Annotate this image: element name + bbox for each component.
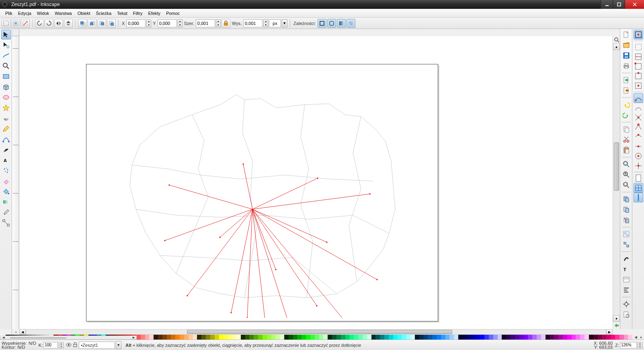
h-input[interactable] [243, 19, 263, 27]
color-swatch[interactable] [619, 335, 624, 340]
select-all-icon[interactable] [11, 19, 20, 28]
scroll-right-icon[interactable]: ▶ [606, 329, 613, 335]
color-swatch[interactable] [393, 335, 398, 340]
spray-tool-icon[interactable] [1, 166, 11, 175]
color-swatch[interactable] [419, 335, 424, 340]
paste-icon[interactable] [621, 145, 631, 155]
color-swatch[interactable] [424, 335, 428, 340]
lock-aspect-icon[interactable] [222, 19, 230, 28]
copy-icon[interactable] [621, 124, 631, 134]
color-swatch[interactable] [171, 335, 175, 340]
color-swatch[interactable] [249, 335, 254, 340]
affect-pattern-icon[interactable] [347, 19, 355, 28]
color-swatch[interactable] [432, 335, 437, 340]
horizontal-scrollbar[interactable] [26, 329, 606, 335]
unit-select[interactable]: px [269, 19, 281, 27]
snap-bbox-center-icon[interactable] [634, 81, 643, 91]
color-swatch[interactable] [315, 335, 319, 340]
color-swatch[interactable] [563, 335, 567, 340]
snap-enable-icon[interactable] [634, 30, 643, 39]
text-tool-icon[interactable]: A [1, 155, 11, 165]
quick-zoom-icon[interactable] [613, 322, 620, 329]
menu-obiekt[interactable]: Obiekt [75, 10, 93, 16]
color-swatch[interactable] [628, 335, 632, 340]
menu-warstwa[interactable]: Warstwa [52, 10, 74, 16]
calligraphy-tool-icon[interactable] [1, 145, 11, 154]
color-swatch[interactable] [576, 335, 580, 340]
color-swatch[interactable] [585, 335, 589, 340]
color-swatch[interactable] [537, 335, 541, 340]
menu-pomoc[interactable]: Pomoc [163, 10, 183, 16]
clone-icon[interactable] [621, 205, 631, 214]
color-swatch[interactable] [363, 335, 367, 340]
3dbox-tool-icon[interactable] [1, 82, 11, 92]
canvas[interactable] [19, 36, 613, 329]
color-swatch[interactable] [367, 335, 371, 340]
new-doc-icon[interactable] [621, 30, 631, 39]
xml-dialog-icon[interactable] [621, 275, 631, 284]
snap-page-icon[interactable] [634, 173, 643, 183]
zoom-page-icon[interactable] [621, 180, 631, 190]
eraser-tool-icon[interactable] [1, 176, 11, 186]
menu-plik[interactable]: Plik [2, 10, 15, 16]
color-swatch[interactable] [484, 335, 489, 340]
cut-icon[interactable] [621, 135, 631, 144]
gradient-tool-icon[interactable] [1, 197, 11, 207]
snap-midpoint-icon[interactable] [634, 142, 643, 151]
y-input[interactable] [158, 19, 177, 27]
color-swatch[interactable] [371, 335, 376, 340]
lower-icon[interactable] [97, 19, 106, 28]
paintbucket-tool-icon[interactable] [1, 187, 11, 196]
color-swatch[interactable] [524, 335, 528, 340]
affect-stroke-icon[interactable] [318, 19, 326, 28]
color-swatch[interactable] [141, 335, 145, 340]
color-swatch[interactable] [458, 335, 463, 340]
zoom-spinner[interactable]: ▲▼ [638, 342, 642, 348]
menu-efekty[interactable]: Efekty [146, 10, 164, 16]
close-button[interactable] [625, 0, 644, 9]
palette-scroll-left-icon[interactable]: ◀ [633, 335, 638, 340]
color-swatch[interactable] [180, 335, 184, 340]
star-tool-icon[interactable] [1, 103, 11, 113]
color-swatch[interactable] [375, 335, 380, 340]
color-swatch[interactable] [328, 335, 332, 340]
color-swatch[interactable] [341, 335, 345, 340]
ellipse-tool-icon[interactable] [1, 93, 11, 102]
snap-bbox-mid-icon[interactable] [634, 71, 643, 81]
color-swatch[interactable] [480, 335, 484, 340]
scroll-down-icon[interactable]: ▼ [613, 315, 620, 322]
prefs-icon[interactable] [621, 299, 631, 309]
snap-rotation-icon[interactable] [634, 161, 643, 171]
text-dialog-icon[interactable]: T [621, 264, 631, 274]
color-swatch[interactable] [215, 335, 219, 340]
flip-v-icon[interactable] [64, 19, 73, 28]
color-swatch[interactable] [558, 335, 563, 340]
snap-nodes-icon[interactable] [634, 93, 643, 103]
menu-tekst[interactable]: Tekst [114, 10, 130, 16]
connector-tool-icon[interactable] [1, 218, 11, 228]
color-swatch[interactable] [154, 335, 158, 340]
rotate-ccw-icon[interactable] [35, 19, 44, 28]
color-swatch[interactable] [384, 335, 389, 340]
unlink-clone-icon[interactable] [621, 215, 631, 225]
color-swatch[interactable] [606, 335, 611, 340]
palette-menu-icon[interactable]: ▸ [638, 335, 644, 340]
color-swatch[interactable] [219, 335, 224, 340]
color-swatch[interactable] [158, 335, 162, 340]
color-swatch[interactable] [258, 335, 263, 340]
color-swatch[interactable] [184, 335, 189, 340]
color-swatch[interactable] [498, 335, 502, 340]
redo-icon[interactable] [621, 110, 631, 120]
menu-widok[interactable]: Widok [34, 10, 52, 16]
color-swatch[interactable] [319, 335, 324, 340]
color-swatch[interactable] [389, 335, 393, 340]
color-swatch[interactable] [323, 335, 328, 340]
flip-h-icon[interactable] [54, 19, 63, 28]
raise-icon[interactable] [88, 19, 96, 28]
opacity-input[interactable] [43, 342, 58, 348]
color-swatch[interactable] [502, 335, 506, 340]
color-swatch[interactable] [415, 335, 419, 340]
snap-bbox-edge-icon[interactable] [634, 52, 643, 62]
bezier-tool-icon[interactable] [1, 134, 11, 144]
color-swatch[interactable] [449, 335, 454, 340]
